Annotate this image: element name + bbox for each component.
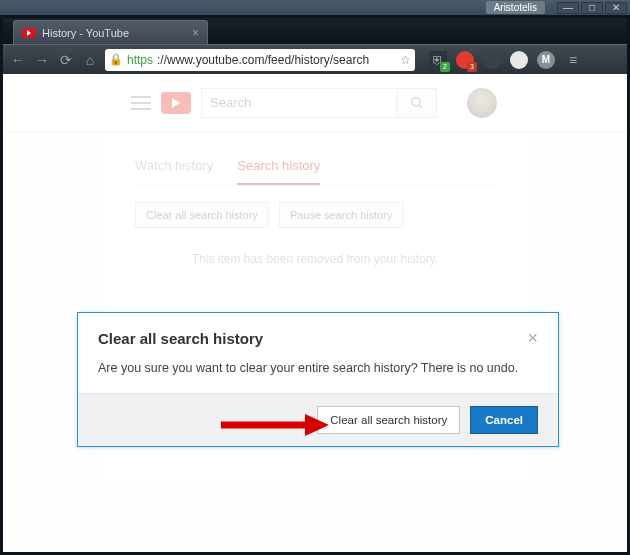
bookmark-star-icon[interactable]: ☆ bbox=[400, 53, 411, 67]
dialog-confirm-button[interactable]: Clear all search history bbox=[317, 406, 460, 434]
browser-menu-icon[interactable]: ≡ bbox=[564, 51, 582, 69]
url-path: ://www.youtube.com/feed/history/search bbox=[157, 53, 396, 67]
extension-m-icon[interactable]: M bbox=[537, 51, 555, 69]
window-chrome: Aristotelis — □ ✕ bbox=[0, 0, 630, 15]
dialog-footer: Clear all search history Cancel bbox=[78, 393, 558, 446]
extension-badge: 2 bbox=[440, 62, 450, 72]
address-bar[interactable]: 🔒 https ://www.youtube.com/feed/history/… bbox=[105, 49, 415, 71]
extension-white-icon[interactable] bbox=[510, 51, 528, 69]
forward-button[interactable]: → bbox=[33, 51, 51, 69]
extension-shield-icon[interactable]: ⛨2 bbox=[429, 51, 447, 69]
lock-icon: 🔒 bbox=[109, 53, 123, 66]
url-scheme: https bbox=[127, 53, 153, 67]
clear-history-dialog: Clear all search history × Are you sure … bbox=[77, 312, 559, 447]
window-minimize-button[interactable]: — bbox=[557, 2, 579, 14]
dialog-header: Clear all search history × bbox=[78, 313, 558, 355]
home-button[interactable]: ⌂ bbox=[81, 51, 99, 69]
browser-frame: History - YouTube × ← → ⟳ ⌂ 🔒 https ://w… bbox=[0, 15, 630, 555]
reload-button[interactable]: ⟳ bbox=[57, 51, 75, 69]
browser-toolbar: ← → ⟳ ⌂ 🔒 https ://www.youtube.com/feed/… bbox=[3, 44, 627, 74]
page-viewport: Watch history Search history Clear all s… bbox=[3, 74, 627, 552]
extension-badge: 3 bbox=[467, 62, 477, 72]
back-button[interactable]: ← bbox=[9, 51, 27, 69]
extension-icons: ⛨2 3 M ≡ bbox=[429, 51, 582, 69]
window-maximize-button[interactable]: □ bbox=[581, 2, 603, 14]
os-user-label: Aristotelis bbox=[486, 1, 545, 14]
browser-tab[interactable]: History - YouTube × bbox=[13, 20, 208, 44]
tab-title: History - YouTube bbox=[42, 27, 129, 39]
window-close-button[interactable]: ✕ bbox=[605, 2, 627, 14]
youtube-favicon-icon bbox=[22, 28, 36, 38]
dialog-cancel-button[interactable]: Cancel bbox=[470, 406, 538, 434]
dialog-title: Clear all search history bbox=[98, 330, 263, 347]
extension-gray-icon[interactable] bbox=[483, 51, 501, 69]
dialog-body: Are you sure you want to clear your enti… bbox=[78, 355, 558, 393]
extension-red-icon[interactable]: 3 bbox=[456, 51, 474, 69]
tab-close-icon[interactable]: × bbox=[192, 26, 199, 40]
tab-strip: History - YouTube × bbox=[3, 18, 627, 44]
dialog-close-icon[interactable]: × bbox=[527, 329, 538, 347]
